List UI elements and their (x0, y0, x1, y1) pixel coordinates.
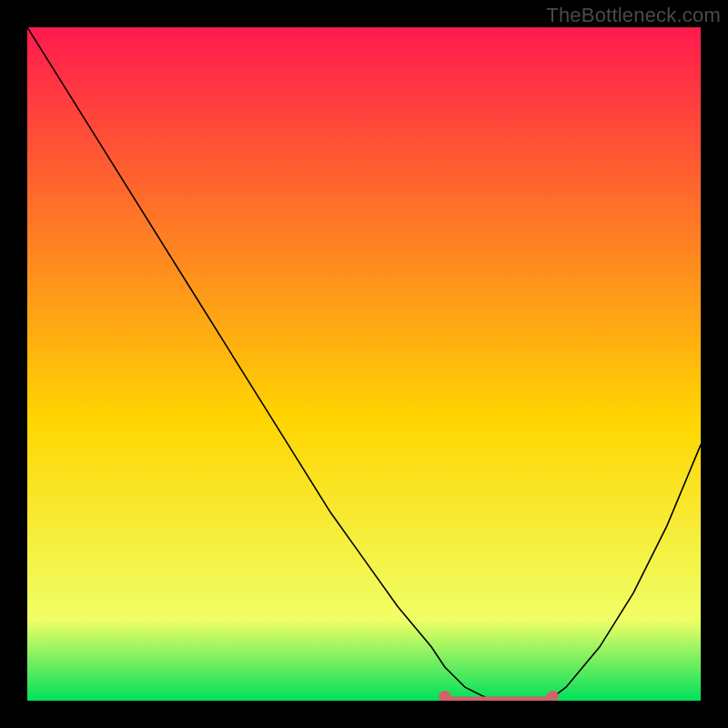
bottleneck-chart (27, 27, 701, 701)
watermark-text: TheBottleneck.com (546, 4, 721, 27)
gradient-background (27, 27, 701, 701)
chart-frame: { "watermark": "TheBottleneck.com", "cha… (0, 0, 728, 728)
